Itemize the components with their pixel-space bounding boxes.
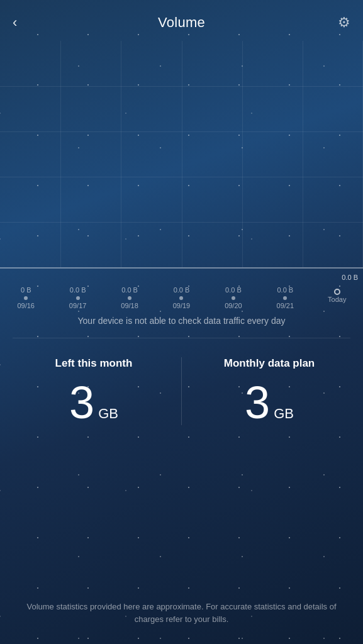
x-label-0920: 0.0 B 09/20 <box>208 286 259 309</box>
stat-left-label: Left this month <box>55 357 133 370</box>
x-label-0921: 0.0 B 09/21 <box>259 286 311 309</box>
x-date-0918: 09/18 <box>121 302 138 309</box>
stat-plan-label: Monthly data plan <box>224 357 315 370</box>
x-date-0921: 09/21 <box>277 302 294 309</box>
x-value-0920: 0.0 B <box>225 286 242 294</box>
stat-plan-number: 3 <box>245 380 270 425</box>
x-label-0918: 0.0 B 09/18 <box>104 286 155 309</box>
x-value-0917: 0.0 B <box>70 286 86 294</box>
chart-area: 0.0 B 0 B 09/16 0.0 B 09/17 0.0 B 09/18 … <box>0 41 363 305</box>
stats-section: Left this month 3 GB Monthly data plan 3… <box>0 338 363 438</box>
grid-line-v <box>182 41 182 267</box>
stat-plan-value-row: 3 GB <box>245 380 294 425</box>
footer-note: Volume statistics provided here are appr… <box>0 588 363 644</box>
back-button[interactable]: ‹ <box>13 14 38 31</box>
x-date-today: Today <box>328 296 346 303</box>
x-dot-0920 <box>232 296 235 300</box>
x-value-0921: 0.0 B <box>277 286 293 294</box>
grid-line-v <box>303 41 303 267</box>
page-title: Volume <box>158 14 205 31</box>
x-label-0916: 0 B 09/16 <box>0 286 52 309</box>
grid-line-v <box>242 41 243 267</box>
chart-grid <box>0 41 363 267</box>
x-label-0917: 0.0 B 09/17 <box>52 286 103 309</box>
x-date-0920: 09/20 <box>225 302 242 309</box>
x-dot-0917 <box>76 296 80 300</box>
x-label-0919: 0.0 B 09/19 <box>155 286 207 309</box>
x-date-0916: 09/16 <box>17 302 35 309</box>
x-axis: 0 B 09/16 0.0 B 09/17 0.0 B 09/18 0.0 B … <box>0 267 363 305</box>
x-value-0919: 0.0 B <box>174 286 190 294</box>
header: ‹ Volume ⚙ <box>0 0 363 41</box>
back-icon: ‹ <box>13 14 17 31</box>
grid-line-v <box>121 41 121 267</box>
stats-divider <box>181 357 182 425</box>
x-label-today: Today <box>311 286 363 303</box>
stat-left-this-month: Left this month 3 GB <box>13 357 175 425</box>
x-value-0916: 0 B <box>21 286 31 294</box>
stat-left-number: 3 <box>69 380 94 425</box>
stat-left-value-row: 3 GB <box>69 380 118 425</box>
x-dot-0919 <box>179 296 183 300</box>
stat-monthly-plan: Monthly data plan 3 GB <box>188 357 350 425</box>
x-dot-0921 <box>283 296 287 300</box>
info-message: Your device is not able to check data tr… <box>0 305 363 338</box>
gear-icon: ⚙ <box>338 14 350 30</box>
x-value-0918: 0.0 B <box>121 286 138 294</box>
stat-left-unit: GB <box>98 406 118 422</box>
stat-plan-unit: GB <box>274 406 294 422</box>
grid-line-v <box>60 41 61 267</box>
x-dot-0916 <box>24 296 28 300</box>
x-dot-0918 <box>128 296 131 300</box>
x-date-0919: 09/19 <box>173 302 191 309</box>
x-date-0917: 09/17 <box>69 302 87 309</box>
x-dot-today <box>334 289 340 295</box>
settings-button[interactable]: ⚙ <box>325 14 350 31</box>
